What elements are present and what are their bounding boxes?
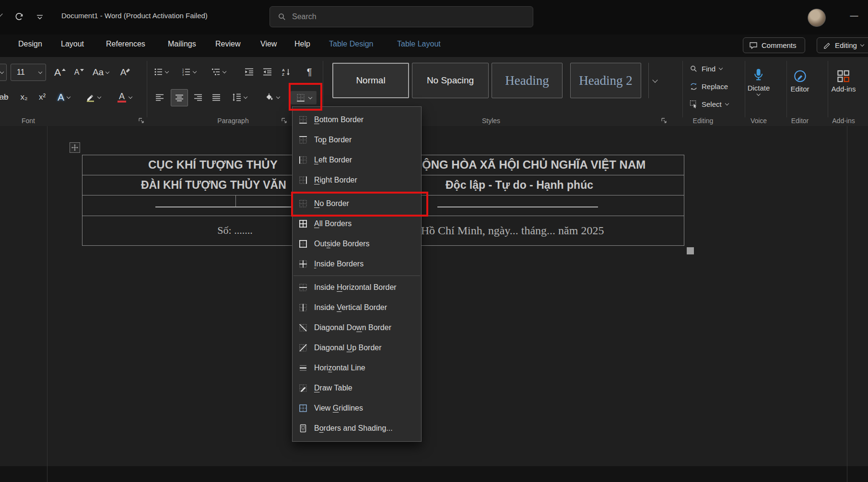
font-size-combo[interactable]: 11 (11, 64, 46, 81)
menu-item-inside-horizontal-border[interactable]: Inside Horizontal Border (293, 277, 421, 298)
tab-review[interactable]: Review (215, 40, 240, 48)
align-left-button[interactable] (152, 90, 167, 104)
multilevel-list-button[interactable] (209, 65, 228, 79)
style-heading[interactable]: Heading (492, 63, 563, 98)
menu-item-inside-vertical-border[interactable]: Inside Vertical Border (293, 298, 421, 318)
styles-gallery-more[interactable] (648, 63, 661, 98)
font-dialog-launcher[interactable] (138, 117, 145, 124)
replace-button[interactable]: Replace (690, 82, 728, 91)
border-bottom-icon (296, 93, 305, 103)
menu-item-diagonal-up-border[interactable]: Diagonal Up Border (293, 338, 421, 358)
show-marks-button[interactable]: ¶ (302, 65, 317, 79)
table-resize-handle[interactable] (687, 247, 694, 254)
line-spacing-button[interactable] (228, 90, 250, 104)
numbered-list-icon: 123 (182, 68, 191, 76)
menu-item-outside-borders[interactable]: Outside Borders (293, 234, 421, 254)
find-button[interactable]: Find (690, 65, 722, 73)
minimize-button[interactable]: — (847, 9, 861, 23)
menu-item-top-border[interactable]: Top Border (293, 130, 421, 150)
group-divider (682, 61, 683, 117)
menu-item-diagonal-down-border[interactable]: Diagonal Down Border (293, 318, 421, 338)
addins-icon (837, 69, 850, 83)
numbering-button[interactable]: 123 (179, 65, 199, 79)
menu-item-right-border[interactable]: Right Border (293, 170, 421, 190)
table-cell-text[interactable]: ĐÀI KHÍ TƯỢNG THỦY VĂN (141, 175, 286, 195)
paragraph-dialog-launcher[interactable] (281, 117, 288, 124)
increase-indent-button[interactable] (260, 65, 274, 79)
text-effects-button[interactable]: A (53, 90, 75, 104)
justify-button[interactable] (209, 90, 223, 104)
search-input[interactable] (291, 12, 525, 22)
menu-item-bottom-border[interactable]: Bottom Border (293, 110, 421, 130)
table-cell-text[interactable]: P. Hồ Chí Minh, ngày... tháng... năm 202… (410, 216, 604, 245)
styles-dialog-launcher[interactable] (661, 117, 668, 124)
clear-formatting-button[interactable]: A (117, 65, 134, 80)
editor-button[interactable]: Editor (790, 69, 809, 93)
style-label: Heading 2 (579, 73, 633, 88)
table-cell-text[interactable]: ỘNG HÒA XÃ HỘI CHỦ NGHĨA VIỆT NAM (422, 155, 645, 175)
group-label-editor: Editor (791, 117, 809, 125)
shrink-font-button[interactable]: A (71, 65, 87, 80)
decrease-indent-button[interactable] (242, 65, 256, 79)
table-border (235, 195, 236, 207)
border-inside-h-icon (298, 283, 308, 292)
quick-access-toolbar-icon[interactable] (35, 13, 44, 22)
bullet-list-icon (154, 68, 163, 76)
menu-item-all-borders[interactable]: All Borders (293, 214, 421, 234)
grow-font-button[interactable]: A (52, 65, 68, 80)
canvas-bottom-strip (0, 466, 868, 482)
table-move-handle[interactable] (70, 142, 80, 153)
menu-item-no-border[interactable]: No Border (293, 194, 421, 214)
menu-item-draw-table[interactable]: Draw Table (293, 378, 421, 398)
border-left-icon (298, 155, 308, 165)
group-label-voice: Voice (751, 117, 767, 125)
dictate-button[interactable]: Dictate (748, 68, 770, 95)
borders-button[interactable] (291, 91, 317, 104)
change-case-button[interactable]: Aa (90, 65, 111, 80)
border-diag-up-icon (298, 343, 308, 353)
avatar[interactable] (808, 9, 826, 27)
table-border (82, 155, 82, 246)
sort-button[interactable]: AZ (278, 65, 294, 79)
font-name-combo[interactable] (0, 64, 7, 81)
subscript-button[interactable]: x₂ (16, 90, 32, 104)
tab-layout[interactable]: Layout (61, 40, 84, 48)
tab-help[interactable]: Help (294, 40, 310, 48)
comments-button[interactable]: Comments (743, 37, 805, 53)
align-right-button[interactable] (191, 90, 205, 104)
shading-button[interactable] (260, 90, 284, 104)
tab-design[interactable]: Design (18, 40, 42, 48)
tab-view[interactable]: View (260, 40, 277, 48)
menu-item-left-border[interactable]: Left Border (293, 150, 421, 170)
tab-table-design[interactable]: Table Design (329, 40, 374, 48)
editing-mode-button[interactable]: Editing (817, 37, 868, 53)
window-title: Document1 - Word (Product Activation Fai… (61, 11, 208, 20)
style-normal[interactable]: Normal (332, 63, 409, 98)
menu-item-horizontal-line[interactable]: Horizontal Line (293, 358, 421, 378)
strikethrough-button[interactable]: ab (0, 90, 13, 104)
bullets-button[interactable] (152, 65, 171, 79)
redo-icon[interactable] (14, 11, 25, 22)
superscript-button[interactable]: x² (35, 90, 50, 104)
menu-item-borders-and-shading[interactable]: Borders and Shading... (293, 418, 421, 438)
text-highlight-button[interactable] (81, 90, 106, 104)
menu-item-label: All Borders (314, 219, 352, 228)
font-color-button[interactable]: A (112, 90, 137, 104)
style-heading-2[interactable]: Heading 2 (570, 63, 641, 98)
border-all-icon (298, 219, 308, 229)
tab-references[interactable]: References (106, 40, 145, 48)
select-button[interactable]: Select (690, 100, 728, 108)
menu-item-label: Bottom Border (314, 115, 364, 124)
table-cell-text[interactable]: Số: ....... (187, 216, 283, 245)
addins-button[interactable]: Add-ins (832, 69, 856, 93)
tab-mailings[interactable]: Mailings (168, 40, 196, 48)
tab-table-layout[interactable]: Table Layout (397, 40, 441, 48)
style-no-spacing[interactable]: No Spacing (412, 63, 489, 98)
border-none-icon (298, 199, 308, 208)
search-box[interactable] (270, 6, 533, 27)
align-center-button[interactable] (171, 89, 188, 106)
menu-item-inside-borders[interactable]: Inside Borders (293, 254, 421, 274)
table-cell-text[interactable]: CỤC KHÍ TƯỢNG THỦY (148, 155, 278, 175)
menu-item-view-gridlines[interactable]: View Gridlines (293, 398, 421, 418)
group-label-font: Font (22, 117, 35, 125)
